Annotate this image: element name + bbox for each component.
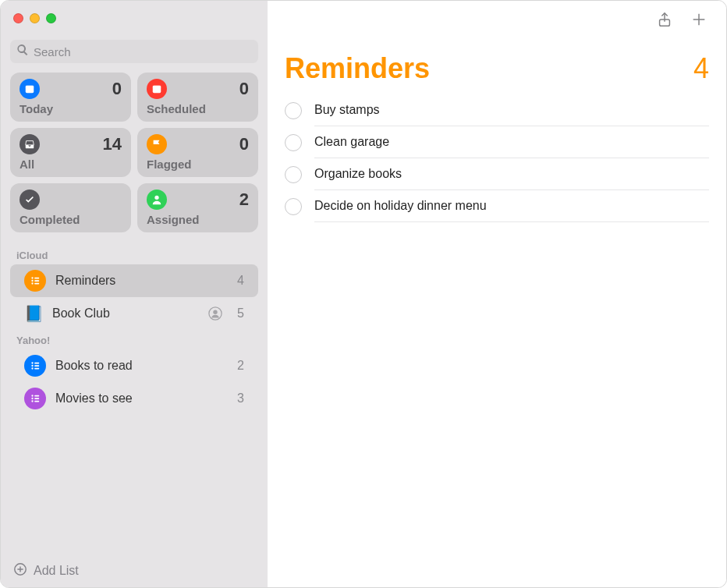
search-input[interactable]	[34, 45, 252, 58]
complete-toggle[interactable]	[285, 166, 302, 183]
smart-label: All	[20, 158, 122, 171]
add-list-label: Add List	[34, 564, 79, 578]
smart-count: 2	[239, 190, 249, 210]
list-name: Book Club	[52, 306, 199, 321]
sidebar-list-row[interactable]: Movies to see3	[10, 382, 258, 415]
sidebar: 0Today0Scheduled14All0FlaggedCompleted2A…	[1, 1, 268, 587]
section-header: Yahoo!	[1, 330, 268, 349]
list-title: Reminders	[285, 52, 693, 85]
complete-toggle[interactable]	[285, 102, 302, 119]
reminder-title[interactable]: Clean garage	[314, 126, 709, 158]
svg-rect-18	[34, 368, 39, 370]
list-name: Reminders	[55, 274, 222, 288]
svg-rect-24	[34, 401, 39, 402]
sidebar-list-row[interactable]: Books to read2	[10, 349, 258, 382]
svg-rect-22	[34, 398, 39, 399]
smart-lists-grid: 0Today0Scheduled14All0FlaggedCompleted2A…	[1, 73, 268, 239]
smart-label: Flagged	[147, 158, 249, 171]
svg-point-12	[213, 310, 217, 314]
reminder-title[interactable]: Organize books	[314, 158, 709, 190]
list-count: 5	[232, 306, 244, 321]
smart-card-flagged[interactable]: 0Flagged	[137, 128, 258, 177]
svg-point-13	[31, 362, 33, 363]
shared-icon	[208, 306, 222, 321]
svg-point-5	[31, 277, 33, 278]
smart-label: Scheduled	[147, 102, 249, 115]
svg-rect-6	[34, 278, 39, 279]
smart-label: Today	[20, 102, 122, 115]
section-header: iCloud	[1, 245, 268, 264]
main-toolbar	[268, 1, 726, 41]
smart-card-completed[interactable]: Completed	[10, 183, 131, 232]
person-icon	[147, 190, 167, 210]
search-icon	[16, 44, 29, 59]
reminder-row[interactable]: Decide on holiday dinner menu	[285, 190, 709, 222]
reminder-row[interactable]: Buy stamps	[285, 94, 709, 126]
flag-icon	[147, 134, 167, 154]
window-close-button[interactable]	[13, 13, 23, 23]
reminder-row[interactable]: Organize books	[285, 158, 709, 190]
smart-card-assigned[interactable]: 2Assigned	[137, 183, 258, 232]
svg-point-19	[31, 395, 33, 396]
svg-rect-10	[34, 283, 39, 285]
bullets-icon	[24, 355, 46, 377]
complete-toggle[interactable]	[285, 134, 302, 151]
reminder-title[interactable]: Decide on holiday dinner menu	[314, 190, 709, 222]
search-container	[1, 35, 268, 73]
calendar-icon	[20, 79, 40, 99]
list-count: 4	[232, 274, 244, 288]
svg-rect-20	[34, 395, 39, 397]
app-window: 0Today0Scheduled14All0FlaggedCompleted2A…	[0, 0, 727, 588]
plus-icon	[690, 11, 707, 31]
calendar-icon	[147, 79, 167, 99]
list-name: Movies to see	[55, 391, 222, 406]
plus-circle-icon	[13, 562, 27, 579]
reminder-list: Buy stampsClean garageOrganize booksDeci…	[268, 94, 726, 222]
list-header: Reminders 4	[268, 41, 726, 94]
reminder-row[interactable]: Clean garage	[285, 126, 709, 158]
lists-area: iCloudReminders4📘Book Club5Yahoo!Books t…	[1, 239, 268, 554]
smart-card-scheduled[interactable]: 0Scheduled	[137, 73, 258, 122]
list-count: 4	[693, 52, 709, 85]
window-minimize-button[interactable]	[30, 13, 40, 23]
tray-icon	[20, 134, 40, 154]
smart-label: Assigned	[147, 213, 249, 226]
sidebar-list-row[interactable]: 📘Book Club5	[10, 297, 258, 330]
share-button[interactable]	[656, 11, 673, 31]
svg-point-17	[31, 367, 33, 369]
svg-point-21	[31, 398, 33, 399]
svg-point-9	[31, 282, 33, 284]
smart-label: Completed	[20, 213, 122, 226]
svg-rect-16	[34, 365, 39, 367]
svg-rect-8	[34, 280, 39, 282]
reminder-title[interactable]: Buy stamps	[314, 94, 709, 126]
list-count: 2	[232, 359, 244, 373]
smart-count: 0	[239, 79, 249, 99]
svg-point-7	[31, 280, 33, 282]
svg-rect-14	[34, 363, 39, 364]
smart-count: 14	[103, 134, 122, 154]
smart-card-today[interactable]: 0Today	[10, 73, 131, 122]
complete-toggle[interactable]	[285, 198, 302, 215]
search-field[interactable]	[10, 40, 258, 63]
smart-count: 0	[239, 134, 249, 154]
main-pane: Reminders 4 Buy stampsClean garageOrgani…	[268, 1, 726, 587]
list-count: 3	[232, 391, 244, 406]
window-fullscreen-button[interactable]	[46, 13, 56, 23]
svg-rect-3	[153, 86, 161, 88]
check-icon	[20, 190, 40, 210]
svg-point-23	[31, 400, 33, 402]
svg-rect-1	[26, 86, 34, 88]
smart-card-all[interactable]: 14All	[10, 128, 131, 177]
list-name: Books to read	[55, 359, 222, 373]
book-icon: 📘	[24, 304, 43, 323]
add-list-button[interactable]: Add List	[1, 554, 268, 587]
window-titlebar	[1, 1, 268, 35]
smart-count: 0	[112, 79, 122, 99]
svg-point-4	[154, 196, 158, 200]
svg-point-15	[31, 365, 33, 367]
sidebar-list-row[interactable]: Reminders4	[10, 264, 258, 297]
share-icon	[656, 11, 673, 31]
new-reminder-button[interactable]	[690, 11, 707, 31]
bullets-icon	[24, 270, 46, 292]
